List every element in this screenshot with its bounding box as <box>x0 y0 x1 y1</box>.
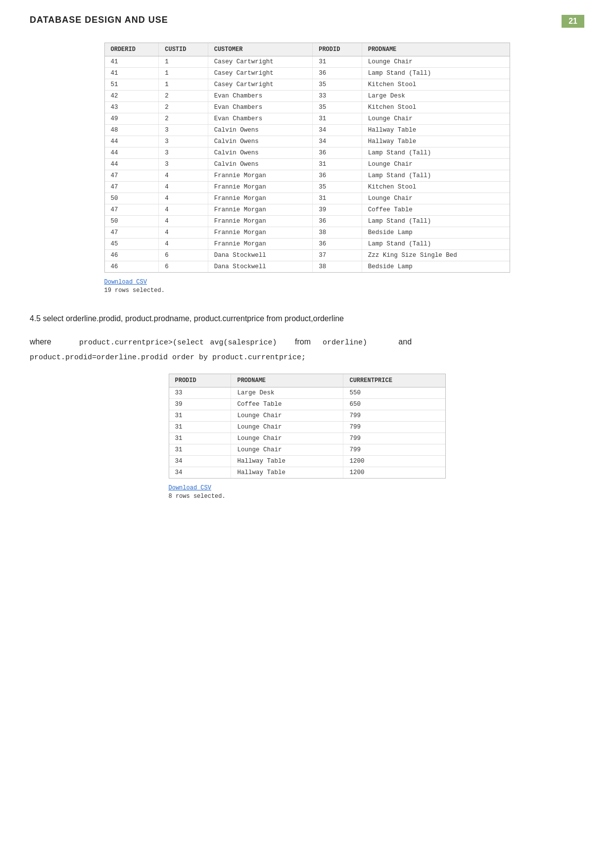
table1-cell-r12-c1: 4 <box>159 193 208 204</box>
table2-header: PRODIDPRODNAMECURRENTPRICE <box>169 374 445 387</box>
table1-cell-r14-c2: Frannie Morgan <box>208 216 313 227</box>
table-row: 504Frannie Morgan31Lounge Chair <box>105 193 510 204</box>
table2-cell-r7-c2: 1200 <box>343 467 445 479</box>
table2-cell-r4-c0: 31 <box>169 433 231 444</box>
table-row: 483Calvin Owens34Hallway Table <box>105 125 510 136</box>
table1-cell-r16-c2: Frannie Morgan <box>208 239 313 250</box>
table1-cell-r1-c0: 41 <box>105 68 159 79</box>
table1-cell-r18-c0: 46 <box>105 261 159 273</box>
table1-cell-r13-c1: 4 <box>159 204 208 216</box>
table1-cell-r8-c3: 36 <box>313 147 362 159</box>
table1-cell-r11-c2: Frannie Morgan <box>208 182 313 193</box>
table1-cell-r3-c2: Evan Chambers <box>208 91 313 102</box>
table1-cell-r1-c3: 36 <box>313 68 362 79</box>
table1-cell-r4-c0: 43 <box>105 102 159 113</box>
table1-cell-r4-c3: 35 <box>313 102 362 113</box>
sql-line3-text: product.prodid=orderline.prodid order by… <box>30 353 306 362</box>
table1-cell-r5-c1: 2 <box>159 113 208 125</box>
table2-cell-r2-c2: 799 <box>343 410 445 422</box>
table2-rows-selected: 8 rows selected. <box>169 493 226 500</box>
table1-cell-r18-c3: 38 <box>313 261 362 273</box>
table1-cell-r12-c0: 50 <box>105 193 159 204</box>
table-row: 432Evan Chambers35Kitchen Stool <box>105 102 510 113</box>
table1-cell-r4-c2: Evan Chambers <box>208 102 313 113</box>
table1-cell-r11-c3: 35 <box>313 182 362 193</box>
table1-cell-r2-c1: 1 <box>159 79 208 91</box>
table-row: 31Lounge Chair799 <box>169 410 445 422</box>
table1-cell-r18-c4: Bedside Lamp <box>362 261 509 273</box>
and-keyword: and <box>382 333 412 350</box>
table1-cell-r0-c3: 31 <box>313 56 362 68</box>
table2-cell-r6-c2: 1200 <box>343 456 445 467</box>
table-row: 443Calvin Owens31Lounge Chair <box>105 159 510 170</box>
table-row: 466Dana Stockwell38Bedside Lamp <box>105 261 510 273</box>
table2-cell-r3-c2: 799 <box>343 422 445 433</box>
table1-cell-r15-c2: Frannie Morgan <box>208 227 313 239</box>
table2-body: 33Large Desk55039Coffee Table65031Lounge… <box>169 387 445 479</box>
table1-cell-r9-c0: 44 <box>105 159 159 170</box>
table1-cell-r1-c4: Lamp Stand (Tall) <box>362 68 509 79</box>
table1-download-csv[interactable]: Download CSV <box>104 279 147 286</box>
table2-cell-r5-c1: Lounge Chair <box>231 444 343 456</box>
table-row: 411Casey Cartwright31Lounge Chair <box>105 56 510 68</box>
table1-cell-r5-c3: 31 <box>313 113 362 125</box>
table1-header: ORDERIDCUSTIDCUSTOMERPRODIDPRODNAME <box>105 43 510 56</box>
table1-cell-r0-c4: Lounge Chair <box>362 56 509 68</box>
table1-cell-r8-c0: 44 <box>105 147 159 159</box>
table-row: 411Casey Cartwright36Lamp Stand (Tall) <box>105 68 510 79</box>
table2-download-csv[interactable]: Download CSV <box>169 484 211 491</box>
table1-cell-r6-c0: 48 <box>105 125 159 136</box>
table1-cell-r6-c1: 3 <box>159 125 208 136</box>
table1-header-row: ORDERIDCUSTIDCUSTOMERPRODIDPRODNAME <box>105 43 510 56</box>
table-row: 33Large Desk550 <box>169 387 445 399</box>
table2-cell-r7-c0: 34 <box>169 467 231 479</box>
table1-cell-r10-c1: 4 <box>159 170 208 182</box>
where-content: product.currentprice>(select <box>79 335 204 351</box>
table2-header-row: PRODIDPRODNAMECURRENTPRICE <box>169 374 445 387</box>
page-number: 21 <box>562 15 584 28</box>
table-row: 454Frannie Morgan36Lamp Stand (Tall) <box>105 239 510 250</box>
from-keyword: from <box>283 333 323 350</box>
table-row: 31Lounge Chair799 <box>169 422 445 433</box>
table2-cell-r2-c1: Lounge Chair <box>231 410 343 422</box>
table-row: 474Frannie Morgan35Kitchen Stool <box>105 182 510 193</box>
table2-cell-r5-c0: 31 <box>169 444 231 456</box>
table1-cell-r4-c1: 2 <box>159 102 208 113</box>
table1-cell-r14-c4: Lamp Stand (Tall) <box>362 216 509 227</box>
table1-cell-r18-c2: Dana Stockwell <box>208 261 313 273</box>
table2-cell-r0-c1: Large Desk <box>231 387 343 399</box>
table1-cell-r2-c2: Casey Cartwright <box>208 79 313 91</box>
table1-cell-r8-c2: Calvin Owens <box>208 147 313 159</box>
table1-cell-r15-c1: 4 <box>159 227 208 239</box>
table1-cell-r11-c1: 4 <box>159 182 208 193</box>
table-row: 34Hallway Table1200 <box>169 467 445 479</box>
table1-cell-r14-c3: 36 <box>313 216 362 227</box>
table2-col-currentprice: CURRENTPRICE <box>343 374 445 387</box>
table1-cell-r11-c0: 47 <box>105 182 159 193</box>
table2-cell-r6-c1: Hallway Table <box>231 456 343 467</box>
table1-cell-r10-c3: 36 <box>313 170 362 182</box>
table1-cell-r8-c1: 3 <box>159 147 208 159</box>
table1-cell-r0-c0: 41 <box>105 56 159 68</box>
table1-cell-r16-c4: Lamp Stand (Tall) <box>362 239 509 250</box>
table-row: 39Coffee Table650 <box>169 399 445 410</box>
table1-cell-r13-c2: Frannie Morgan <box>208 204 313 216</box>
table1-cell-r7-c2: Calvin Owens <box>208 136 313 147</box>
table2-cell-r4-c1: Lounge Chair <box>231 433 343 444</box>
table2-container: PRODIDPRODNAMECURRENTPRICE 33Large Desk5… <box>169 374 446 479</box>
table1-cell-r5-c4: Lounge Chair <box>362 113 509 125</box>
sql-line1-text: 4.5 select orderline.prodid, product.pro… <box>30 314 344 323</box>
table-row: 422Evan Chambers33Large Desk <box>105 91 510 102</box>
table1-cell-r12-c4: Lounge Chair <box>362 193 509 204</box>
table1-cell-r15-c3: 38 <box>313 227 362 239</box>
table1-cell-r15-c4: Bedside Lamp <box>362 227 509 239</box>
table1-cell-r10-c2: Frannie Morgan <box>208 170 313 182</box>
table2-col-prodid: PRODID <box>169 374 231 387</box>
table1-cell-r17-c2: Dana Stockwell <box>208 250 313 261</box>
from-content: orderline) <box>323 335 382 351</box>
table-row: 511Casey Cartwright35Kitchen Stool <box>105 79 510 91</box>
sql-line2: where product.currentprice>(select avg(s… <box>30 333 584 351</box>
table1-cell-r0-c2: Casey Cartwright <box>208 56 313 68</box>
table1-cell-r14-c0: 50 <box>105 216 159 227</box>
table1-cell-r13-c4: Coffee Table <box>362 204 509 216</box>
